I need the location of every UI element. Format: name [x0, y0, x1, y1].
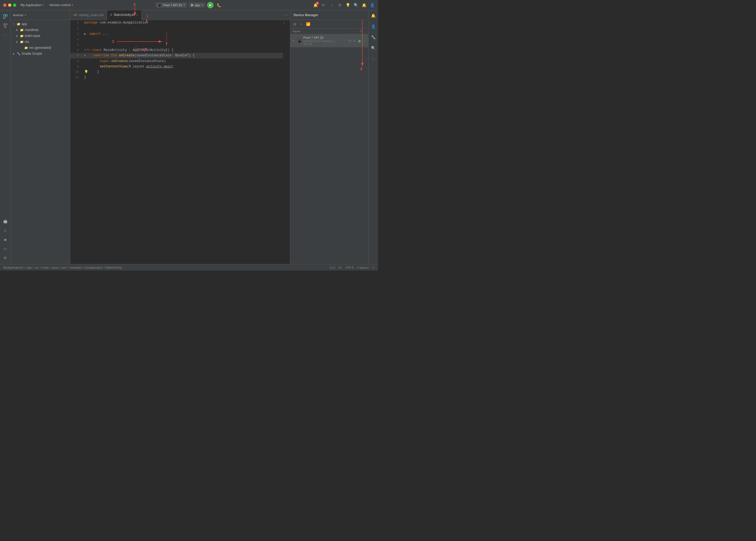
minimize-button[interactable]: [8, 4, 11, 7]
run-config-label: app: [195, 4, 200, 7]
code-line-9: 9 setContentView(R.layout.activity_main): [70, 64, 290, 69]
kt-tab-icon: K: [110, 13, 112, 16]
tree-label-res-gen: res (generated): [29, 46, 51, 50]
statusbar-position: 11:2: [330, 266, 336, 269]
line-num-1: 1: [70, 20, 82, 26]
code-editor[interactable]: 1 package com.example.myapplication ✓ 2 …: [70, 20, 290, 264]
sidebar-vcs-icon[interactable]: [1, 22, 9, 30]
tree-label-manifests: manifests: [25, 28, 39, 32]
line-content-1: package com.example.myapplication: [82, 20, 283, 26]
tab-activity-main-xml[interactable]: </> activity_main.xml: [70, 10, 107, 20]
tab-more-button[interactable]: ⋯: [282, 10, 290, 20]
device-run-button[interactable]: ▶: [359, 39, 362, 43]
sidebar-gem-icon[interactable]: ◆: [1, 236, 9, 244]
panel-header-label: Android: [13, 13, 23, 17]
code-line-3: 3 ▶ import ...: [70, 31, 290, 37]
tab-mainactivity-kt[interactable]: K MainActivity.kt ✕: [107, 10, 142, 20]
line-content-10: 💡 }: [82, 69, 283, 75]
editor-tabs: </> activity_main.xml K MainActivity.kt …: [70, 10, 290, 20]
device-selector-chevron: ▾: [184, 4, 185, 6]
account-icon[interactable]: 👤: [370, 2, 375, 8]
code-line-8: 8 super.onCreate(savedInstanceState): [70, 59, 290, 64]
line-content-5: [82, 42, 283, 47]
sidebar-terminal-icon[interactable]: ▭: [1, 245, 9, 253]
sidebar-more-icon[interactable]: ···: [1, 31, 9, 39]
run-manager-icon[interactable]: ⚙: [337, 2, 343, 8]
search-icon[interactable]: 🔍: [353, 2, 359, 8]
notifications-icon[interactable]: 🔔: [313, 2, 318, 8]
titlebar: My Application ▾ Version control ▾ 📱 Pix…: [0, 0, 378, 10]
strip-notifications-icon[interactable]: 🔔: [370, 12, 377, 19]
vc-label: Version control: [49, 3, 70, 7]
close-button[interactable]: [3, 4, 6, 7]
debug-button[interactable]: 🐛: [216, 2, 222, 8]
sidebar-android-icon[interactable]: 🤖: [1, 217, 9, 225]
file-tree: ▾ 📁 app ▶ 📁 manifests ▶ 📁 kotlin+java ▶ …: [11, 20, 70, 264]
tree-item-gradle[interactable]: ▶ 🔧 Gradle Scripts: [11, 51, 70, 57]
device-row-sub: Android 13.0 ("Tiramisu") | x86_64: [303, 40, 342, 46]
svg-point-2: [4, 24, 5, 25]
tree-item-kotlin-java[interactable]: ▶ 📁 kotlin+java: [11, 33, 70, 39]
tree-label-res: res: [25, 40, 29, 44]
tree-item-manifests[interactable]: ▶ 📁 manifests: [11, 27, 70, 33]
line-num-10: 10: [70, 69, 82, 75]
line-num-2: 2: [70, 26, 82, 31]
device-add-icon[interactable]: +: [299, 21, 303, 27]
tree-item-res-generated[interactable]: 📁 res (generated): [11, 45, 70, 51]
traffic-lights: [3, 4, 16, 7]
editor-container: </> activity_main.xml K MainActivity.kt …: [70, 10, 290, 264]
panel-header-dropdown[interactable]: ▾: [25, 13, 26, 16]
run-button[interactable]: ▶: [207, 2, 214, 8]
device-wifi-icon[interactable]: 📶: [305, 21, 311, 27]
power-save-icon[interactable]: 💡: [345, 2, 351, 8]
code-lines: 1 package com.example.myapplication ✓ 2 …: [70, 20, 290, 80]
line-content-11: }: [82, 75, 283, 80]
line-num-7: 7: [70, 53, 82, 59]
folder-icon-kotlin-java: 📁: [20, 34, 24, 38]
device-manager-header: Device Manager: [290, 10, 368, 20]
tree-item-res[interactable]: ▶ 📁 res: [11, 39, 70, 45]
tree-item-app[interactable]: ▾ 📁 app: [11, 21, 70, 27]
strip-inspect-icon[interactable]: 🔍: [370, 45, 377, 51]
line-content-8: super.onCreate(savedInstanceState): [82, 59, 283, 64]
titlebar-center: 📱 Pixel 7 API 33 ▾ ▶ app ▾ ▶ 🐛: [156, 2, 222, 8]
device-selector-label: Pixel 7 API 33: [163, 4, 182, 7]
statusbar-line-ending: LF: [339, 266, 342, 269]
tab-close-kt[interactable]: ✕: [136, 13, 138, 16]
code-line-6: 6 </> class MainActivity : AppCompatActi…: [70, 47, 290, 53]
line-content-7: ● override fun onCreate(savedInstanceSta…: [82, 53, 283, 59]
statusbar-indent: 4 spaces: [357, 266, 369, 269]
line-content-4: [82, 37, 283, 42]
device-row-pixel7[interactable]: ▾ 📱 Pixel 7 API 33 Android 13.0 ("Tirami…: [290, 34, 368, 47]
sidebar-warn-icon[interactable]: ⚠: [1, 226, 9, 235]
app-name-label: My Application: [21, 3, 41, 7]
code-line-11: 11 }: [70, 75, 290, 80]
panel-header: Android ▾: [11, 10, 70, 20]
code-line-4: 4: [70, 37, 290, 42]
vc-chevron: ▾: [72, 4, 73, 6]
maximize-button[interactable]: [13, 4, 16, 7]
device-selector[interactable]: 📱 Pixel 7 API 33 ▾: [156, 2, 187, 8]
strip-profile-icon[interactable]: 👤: [370, 23, 377, 30]
strip-layout-icon[interactable]: ⬚: [370, 56, 377, 62]
device-grid-icon[interactable]: ⊞: [293, 21, 297, 27]
profile-sync-icon[interactable]: ⟳: [321, 2, 326, 8]
run-config-selector[interactable]: ▶ app ▾: [189, 2, 205, 8]
sidebar-project-icon[interactable]: [1, 12, 9, 21]
device-more-button[interactable]: ⋮: [363, 39, 366, 43]
line-num-11: 11: [70, 75, 82, 80]
device-row-version: 33: [343, 39, 351, 42]
version-control-menu[interactable]: Version control ▾: [49, 3, 73, 7]
code-line-5: 5: [70, 42, 290, 47]
sidebar-settings-icon[interactable]: ⚙: [1, 254, 9, 262]
folder-icon-manifests: 📁: [20, 28, 24, 32]
sync-icon[interactable]: ↕: [329, 2, 334, 8]
check-mark-1: ✓: [283, 20, 287, 26]
code-line-1: 1 package com.example.myapplication ✓: [70, 20, 290, 26]
statusbar-encoding: UTF-8: [346, 266, 354, 269]
device-list: ▾ 📱 Pixel 7 API 33 Android 13.0 ("Tirami…: [290, 34, 368, 264]
app-menu[interactable]: My Application ▾: [21, 3, 44, 7]
device-status-label: Vi...: [353, 39, 358, 42]
alerts-icon[interactable]: 🔔: [361, 2, 367, 8]
strip-build-icon[interactable]: 🔧: [370, 34, 377, 40]
